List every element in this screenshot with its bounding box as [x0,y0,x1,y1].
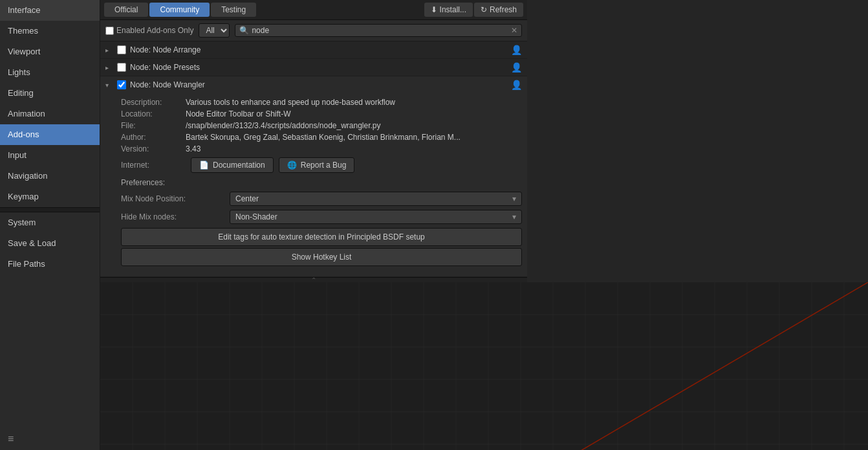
addon-row-node-wrangler: ▾ Node: Node Wrangler 👤 Description: Var… [100,76,527,277]
pref-select-mix-node-position[interactable]: Center ▾ [230,192,522,206]
pref-label-hide-mix-nodes: Hide Mix nodes: [121,212,224,221]
addon-row-node-presets[interactable]: ▸ Node: Node Presets 👤 [100,59,527,76]
tab-official[interactable]: Official [104,3,148,17]
sidebar-separator [0,207,100,212]
main-content: Official Community Testing ⬇ Install... … [100,0,868,450]
category-select[interactable]: All [199,23,230,38]
detail-label-author: Author: [121,133,186,142]
doc-icon: 📄 [199,161,209,170]
addon-checkbox-node-presets[interactable] [117,63,126,72]
svg-rect-0 [100,282,868,450]
detail-value-description: Various tools to enhance and speed up no… [186,98,522,107]
sidebar-item-input[interactable]: Input [0,145,100,166]
pref-row-mix-node-position: Mix Node Position: Center ▾ [121,190,522,208]
sidebar-item-system[interactable]: System [0,212,100,233]
sidebar-item-animation[interactable]: Animation [0,104,100,124]
sidebar-item-viewport[interactable]: Viewport [0,41,100,62]
preferences-label: Preferences: [121,178,522,187]
sidebar-item-addons[interactable]: Add-ons [0,124,100,145]
addon-name-node-wrangler: Node: Node Wrangler [130,80,507,89]
tab-testing[interactable]: Testing [211,3,256,17]
refresh-icon: ↻ [481,5,487,14]
sidebar-section-prefs: Interface Themes Viewport Lights Editing… [0,0,100,207]
sidebar-item-themes[interactable]: Themes [0,21,100,41]
sidebar-item-save-load[interactable]: Save & Load [0,233,100,254]
preferences-section: Preferences: Mix Node Position: Center ▾… [121,175,522,271]
addon-user-icon-node-presets[interactable]: 👤 [511,62,522,73]
addon-name-node-presets: Node: Node Presets [130,63,507,72]
documentation-button[interactable]: 📄 Documentation [191,157,274,173]
sidebar-item-lights[interactable]: Lights [0,62,100,83]
addon-row-node-arrange[interactable]: ▸ Node: Node Arrange 👤 [100,41,527,59]
refresh-button[interactable]: ↻ Refresh [474,3,523,17]
detail-label-version: Version: [121,144,186,153]
addon-checkbox-node-wrangler[interactable] [117,80,126,89]
enabled-only-filter[interactable]: Enabled Add-ons Only [105,26,193,35]
pref-select-hide-mix-nodes[interactable]: Non-Shader ▾ [230,210,522,224]
sidebar-section-system: System Save & Load File Paths [0,212,100,275]
detail-value-location: Node Editor Toolbar or Shift-W [186,109,522,118]
detail-internet-row: Internet: 📄 Documentation 🌐 Report a Bug [121,155,522,175]
pref-row-hide-mix-nodes: Hide Mix nodes: Non-Shader ▾ [121,208,522,226]
addon-checkbox-node-arrange[interactable] [117,45,126,54]
addon-name-node-arrange: Node: Node Arrange [130,45,507,54]
chevron-down-icon-mix: ▾ [512,194,516,203]
search-box: 🔍 ✕ [235,24,522,37]
expand-arrow-node-presets[interactable]: ▸ [105,64,113,71]
tab-community[interactable]: Community [149,3,210,17]
chevron-down-icon-hide: ▾ [512,212,516,221]
report-bug-button[interactable]: 🌐 Report a Bug [279,157,355,173]
tab-bar: Official Community Testing ⬇ Install... … [100,0,527,20]
expand-arrow-node-wrangler[interactable]: ▾ [105,82,113,89]
download-icon: ⬇ [431,5,437,14]
search-clear-button[interactable]: ✕ [511,26,517,35]
enabled-only-checkbox[interactable] [105,27,114,35]
pref-label-mix-node-position: Mix Node Position: [121,194,224,203]
show-hotkey-button[interactable]: Show Hotkey List [121,248,522,266]
sidebar-item-navigation[interactable]: Navigation [0,166,100,186]
viewport-3d [100,282,868,450]
detail-label-file: File: [121,121,186,130]
addon-list: ▸ Node: Node Arrange 👤 ▸ Node: Node Pres… [100,41,527,277]
detail-value-version: 3.43 [186,144,522,153]
install-button[interactable]: ⬇ Install... [424,3,473,17]
sidebar-item-keymap[interactable]: Keymap [0,186,100,207]
detail-label-location: Location: [121,109,186,118]
viewport-grid-svg [100,282,868,450]
edit-tags-button[interactable]: Edit tags for auto texture detection in … [121,228,522,246]
addons-panel: Official Community Testing ⬇ Install... … [100,0,527,282]
sidebar-item-interface[interactable]: Interface [0,0,100,21]
sidebar-item-file-paths[interactable]: File Paths [0,254,100,275]
detail-value-author: Bartek Skorupa, Greg Zaal, Sebastian Koe… [186,133,522,142]
detail-label-description: Description: [121,98,186,107]
globe-icon: 🌐 [287,161,297,170]
sidebar-bottom-menu[interactable]: ≡ [0,428,100,450]
addon-user-icon-node-wrangler[interactable]: 👤 [511,80,522,90]
filter-bar: Enabled Add-ons Only All 🔍 ✕ [100,20,527,41]
addon-user-icon-node-arrange[interactable]: 👤 [511,45,522,55]
detail-value-file: /snap/blender/3132/3.4/scripts/addons/no… [186,121,522,130]
detail-label-internet: Internet: [121,161,186,170]
sidebar: Interface Themes Viewport Lights Editing… [0,0,100,450]
search-input[interactable] [252,26,508,35]
sidebar-item-editing[interactable]: Editing [0,83,100,104]
expand-arrow-node-arrange[interactable]: ▸ [105,47,113,54]
addon-details-node-wrangler: Description: Various tools to enhance an… [105,94,522,273]
search-icon: 🔍 [239,26,249,35]
panel-scroll-handle[interactable] [100,277,527,282]
